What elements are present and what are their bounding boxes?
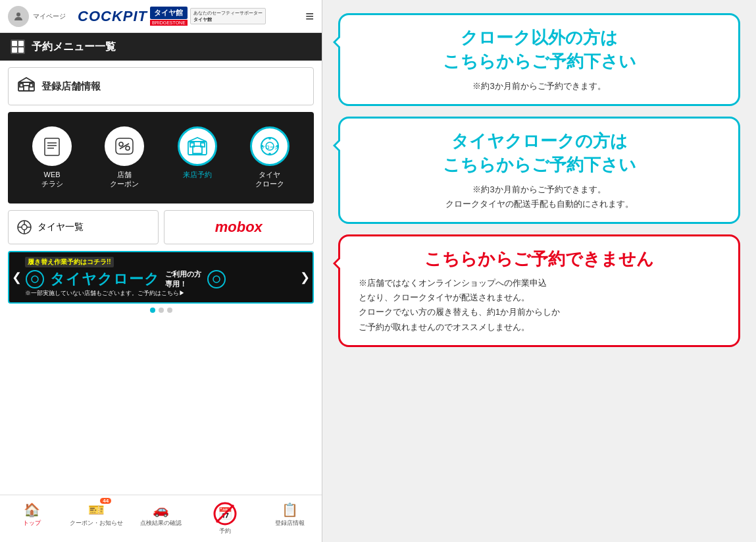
callout-bubble-2: タイヤクロークの方は こちらからご予約下さい ※約3か月前からご予約できます。 … bbox=[338, 117, 740, 224]
cockpit-logo: COCKPIT bbox=[78, 8, 147, 25]
menu-item-tire-cloak[interactable]: クローク タイヤクローク bbox=[234, 120, 306, 196]
avatar bbox=[8, 6, 29, 27]
menu-item-visit-reservation[interactable]: 来店予約 bbox=[161, 120, 234, 196]
tire-row: タイヤ一覧 mobox bbox=[8, 210, 314, 244]
svg-line-34 bbox=[216, 505, 234, 522]
store-info-icon: 📋 bbox=[282, 502, 298, 517]
bubble2-body: ※約3か月前からご予約できます。 クロークタイヤの配送手配も自動的にされます。 bbox=[353, 182, 725, 211]
nav-item-coupon-notice[interactable]: 🎫 44 クーポン・お知らせ bbox=[64, 499, 129, 538]
menu-label-tire-cloak: タイヤクローク bbox=[255, 170, 284, 189]
svg-point-19 bbox=[268, 153, 271, 155]
svg-point-31 bbox=[208, 271, 225, 288]
mobile-app-panel: マイページ COCKPIT タイヤ館 BRIDGESTONE あなたのセーフティ… bbox=[0, 0, 322, 542]
store-info-row[interactable]: 登録店舗情報 bbox=[8, 67, 314, 105]
nav-item-inspection[interactable]: 🚗 点検結果の確認 bbox=[129, 499, 193, 538]
nav-label-coupon-notice: クーポン・お知らせ bbox=[70, 519, 123, 528]
svg-point-32 bbox=[213, 276, 220, 283]
menu-icon[interactable]: ≡ bbox=[305, 8, 314, 25]
reservation-menu-label: 予約メニュー一覧 bbox=[32, 40, 116, 54]
tire-list-label: タイヤ一覧 bbox=[38, 221, 84, 233]
banner-top-text: 履き替え作業予約はコチラ!! bbox=[25, 257, 114, 267]
banner-prev-arrow[interactable]: ❮ bbox=[12, 270, 22, 285]
nav-label-inspection: 点検結果の確認 bbox=[140, 519, 182, 528]
banner-notice-text: ※一部実施していない店舗もございます。ご予約はこちら▶ bbox=[25, 289, 185, 298]
right-panel: クローク以外の方は こちらからご予約下さい ※約3か月前からご予約できます。 タ… bbox=[322, 0, 756, 542]
svg-rect-4 bbox=[30, 84, 33, 87]
store-info-label: 登録店舗情報 bbox=[41, 80, 101, 93]
mypage-label: マイページ bbox=[33, 12, 66, 21]
inspection-icon-wrap: 🚗 bbox=[153, 502, 169, 518]
store-info-icon-wrap: 📋 bbox=[282, 502, 298, 518]
coupon-notice-icon: 🎫 bbox=[88, 502, 105, 517]
svg-point-9 bbox=[119, 142, 123, 146]
banner-dot-3 bbox=[167, 308, 172, 313]
banner-dot-2 bbox=[159, 308, 164, 313]
svg-point-30 bbox=[32, 276, 38, 283]
bubble3-title: こちらからご予約できません bbox=[353, 247, 725, 271]
coupon-circle bbox=[105, 126, 144, 166]
reservation-menu-banner[interactable]: 予約メニュー一覧 bbox=[0, 33, 322, 61]
svg-rect-3 bbox=[20, 84, 23, 87]
banner-dots bbox=[0, 308, 322, 313]
menu-grid: WEBチラシ 店舗クーポン bbox=[8, 112, 314, 203]
mobox-label: mobox bbox=[215, 219, 263, 236]
banner-dot-1 bbox=[150, 308, 155, 313]
callout-bubble-1: クローク以外の方は こちらからご予約下さい ※約3か月前からご予約できます。 bbox=[338, 13, 740, 106]
home-icon-wrap: 🏠 bbox=[24, 502, 40, 518]
logo-area: COCKPIT タイヤ館 BRIDGESTONE あなたのセーフティーサポーター… bbox=[78, 7, 305, 26]
svg-point-0 bbox=[16, 13, 20, 16]
svg-rect-12 bbox=[188, 142, 207, 155]
svg-rect-2 bbox=[24, 86, 29, 91]
menu-label-web-chirashi: WEBチラシ bbox=[41, 170, 63, 189]
svg-point-18 bbox=[268, 137, 271, 140]
bottom-nav: 🏠 トップ 🎫 44 クーポン・お知らせ 🚗 点検結果の確認 📅 bbox=[0, 495, 322, 542]
svg-rect-14 bbox=[190, 143, 194, 147]
svg-point-29 bbox=[26, 271, 43, 288]
bubble3-body: ※店舗ではなくオンラインショップへの作業申込 となり、クロークタイヤが配送されま… bbox=[353, 276, 725, 334]
svg-rect-15 bbox=[201, 143, 205, 147]
bridgestone-logo: BRIDGESTONE bbox=[150, 20, 188, 26]
callout-bubble-3: こちらからご予約できません ※店舗ではなくオンラインショップへの作業申込 となり… bbox=[338, 234, 740, 347]
inspection-icon: 🚗 bbox=[153, 502, 169, 517]
svg-point-24 bbox=[22, 225, 27, 230]
nav-label-store-info: 登録店情報 bbox=[275, 519, 305, 528]
store-icon bbox=[18, 77, 35, 95]
nav-item-reservation[interactable]: 📅 予約 bbox=[193, 499, 257, 538]
menu-item-coupon[interactable]: 店舗クーポン bbox=[88, 120, 161, 196]
nav-label-home: トップ bbox=[23, 519, 41, 528]
banner-content: 履き替え作業予約はコチラ!! タイヤクローク ご利用の方 専用！ ※一部実施して… bbox=[9, 253, 313, 302]
tire-cloak-circle: クローク bbox=[250, 126, 290, 166]
menu-label-visit-reservation: 来店予約 bbox=[183, 170, 212, 179]
coupon-notice-icon-wrap: 🎫 44 bbox=[88, 502, 105, 518]
menu-label-coupon: 店舗クーポン bbox=[110, 170, 139, 189]
bubble2-title: タイヤクロークの方は こちらからご予約下さい bbox=[353, 129, 725, 177]
menu-item-web-chirashi[interactable]: WEBチラシ bbox=[16, 120, 88, 196]
visit-reservation-circle bbox=[178, 126, 217, 166]
banner-main-text: タイヤクローク bbox=[50, 269, 160, 289]
svg-text:クローク: クローク bbox=[261, 145, 279, 149]
coupon-badge: 44 bbox=[100, 498, 111, 504]
nav-item-home[interactable]: 🏠 トップ bbox=[0, 499, 64, 538]
app-header: マイページ COCKPIT タイヤ館 BRIDGESTONE あなたのセーフティ… bbox=[0, 0, 322, 33]
mobox-item[interactable]: mobox bbox=[164, 210, 315, 244]
taiyakan-logo: タイヤ館 bbox=[150, 7, 188, 19]
banner-next-arrow[interactable]: ❯ bbox=[300, 270, 310, 285]
tire-list-item[interactable]: タイヤ一覧 bbox=[8, 210, 159, 244]
bubble1-body: ※約3か月前からご予約できます。 bbox=[353, 79, 725, 94]
home-icon: 🏠 bbox=[24, 502, 40, 517]
web-chirashi-circle bbox=[32, 126, 72, 166]
supporter-logo: あなたのセーフティーサポータータイヤ館 bbox=[190, 8, 266, 24]
svg-rect-5 bbox=[45, 138, 59, 155]
nav-item-store-info[interactable]: 📋 登録店情報 bbox=[257, 499, 322, 538]
banner-section[interactable]: ❮ 履き替え作業予約はコチラ!! タイヤクローク ご利用の方 専用！ ※一部実施… bbox=[8, 251, 314, 304]
bubble1-title: クローク以外の方は こちらからご予約下さい bbox=[353, 26, 725, 74]
svg-point-11 bbox=[126, 146, 130, 150]
nav-label-reservation: 予約 bbox=[219, 527, 231, 535]
